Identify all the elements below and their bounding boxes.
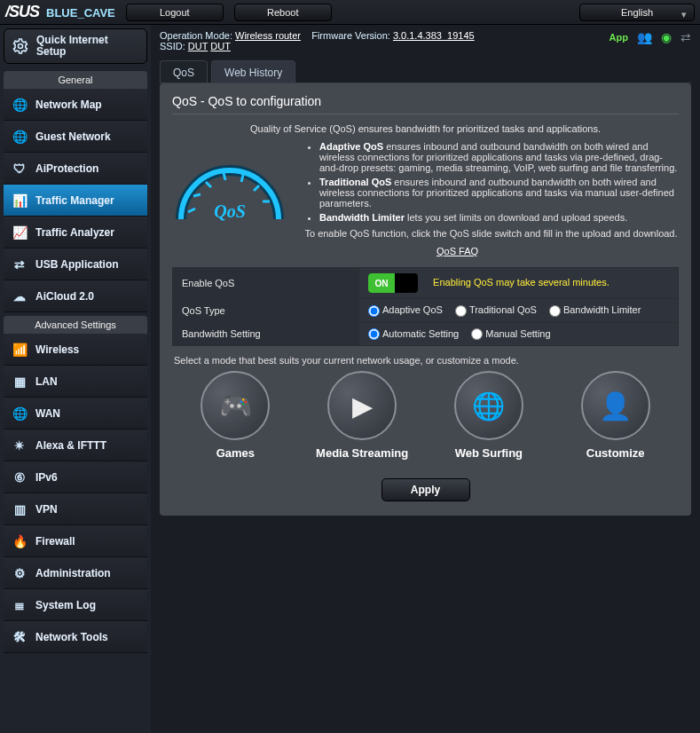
enable-qos-warning: Enabling QoS may take several minutes. [433, 277, 610, 288]
qos-type-radio[interactable] [455, 305, 467, 317]
tab-qos[interactable]: QoS [160, 60, 208, 83]
fw-label: Firmware Version: [311, 30, 390, 41]
enable-note: To enable QoS function, click the QoS sl… [303, 228, 679, 239]
qos-type-option[interactable]: Traditional QoS [455, 304, 537, 315]
sidebar-item-aicloud[interactable]: ☁AiCloud 2.0 [4, 280, 147, 312]
aicloud-icon: ☁ [11, 288, 28, 305]
qos-faq-link[interactable]: QoS FAQ [437, 246, 679, 256]
mode-label: Web Surfing [455, 447, 523, 461]
bandwidth-setting-option[interactable]: Automatic Setting [368, 328, 459, 339]
sidebar-item-alexa-ifttt[interactable]: ✴Alexa & IFTTT [4, 430, 147, 461]
vpn-icon: ▥ [11, 500, 28, 518]
quick-setup-label: Quick Internet Setup [36, 35, 139, 58]
sidebar-item-label: AiProtection [35, 162, 98, 175]
section-advanced: Advanced Settings [4, 316, 147, 334]
traffic-analyzer-icon: 📈 [11, 224, 28, 241]
alexa-ifttt-icon: ✴ [11, 437, 28, 454]
apply-button[interactable]: Apply [381, 478, 470, 501]
app-link[interactable]: App [610, 32, 628, 43]
sidebar-item-traffic-manager[interactable]: 📊Traffic Manager [4, 185, 147, 217]
bullet-item: Adaptive QoS ensures inbound and outboun… [319, 141, 679, 173]
usb-application-icon: ⇄ [11, 256, 28, 273]
mode-media[interactable]: ▶Media Streaming [304, 371, 420, 461]
enable-qos-label: Enable QoS [173, 268, 359, 299]
qos-type-options: Adaptive QoSTraditional QoSBandwidth Lim… [359, 299, 679, 323]
traffic-manager-icon: 📊 [11, 192, 28, 209]
settings-table: Enable QoS ON Enabling QoS may take seve… [172, 267, 679, 346]
panel-title: QoS - QoS to configuration [172, 92, 679, 108]
sidebar-item-system-log[interactable]: ≣System Log [4, 589, 147, 621]
firewall-icon: 🔥 [11, 532, 28, 550]
svg-line-3 [206, 182, 211, 187]
bandwidth-setting-option[interactable]: Manual Setting [471, 328, 550, 339]
mode-label: Customize [586, 447, 645, 461]
sidebar: Quick Internet Setup General 🌐Network Ma… [0, 25, 151, 733]
reboot-button[interactable]: Reboot [234, 4, 332, 21]
toggle-on-label: ON [368, 273, 395, 293]
bandwidth-setting-radio[interactable] [368, 328, 380, 340]
sidebar-item-traffic-analyzer[interactable]: 📈Traffic Analyzer [4, 217, 147, 248]
mode-label: Games [216, 447, 255, 461]
sidebar-item-label: Network Tools [35, 631, 108, 643]
tab-bar: QoS Web History [160, 60, 691, 83]
section-general: General [4, 71, 147, 89]
sidebar-item-label: Alexa & IFTTT [35, 439, 106, 452]
sidebar-item-usb-application[interactable]: ⇄USB Application [4, 248, 147, 280]
sidebar-item-lan[interactable]: ▦LAN [4, 366, 147, 398]
sidebar-item-firewall[interactable]: 🔥Firewall [4, 525, 147, 557]
sidebar-item-label: Traffic Analyzer [35, 226, 114, 239]
sidebar-item-ipv6[interactable]: ⑥IPv6 [4, 461, 147, 493]
svg-line-2 [193, 194, 201, 196]
sidebar-item-label: Wireless [35, 343, 79, 356]
top-bar: /SUS BLUE_CAVE Logout Reboot English [0, 0, 700, 25]
sidebar-item-network-tools[interactable]: 🛠Network Tools [4, 621, 147, 653]
brand-logo: /SUS [5, 3, 39, 21]
op-mode-label: Operation Mode: [160, 30, 232, 41]
clients-icon[interactable]: 👥 [637, 30, 652, 44]
qos-type-radio[interactable] [368, 305, 380, 317]
administration-icon: ⚙ [11, 564, 28, 582]
internet-status-icon[interactable]: ◉ [661, 30, 672, 44]
sidebar-item-administration[interactable]: ⚙Administration [4, 557, 147, 589]
sidebar-item-label: IPv6 [35, 471, 58, 484]
qos-type-option[interactable]: Bandwidth Limiter [549, 304, 641, 315]
qos-type-option[interactable]: Adaptive QoS [368, 304, 443, 315]
model-name: BLUE_CAVE [46, 6, 115, 20]
bandwidth-setting-options: Automatic SettingManual Setting [359, 322, 679, 346]
sidebar-item-label: AiCloud 2.0 [35, 290, 94, 303]
sidebar-item-aiprotection[interactable]: 🛡AiProtection [4, 153, 147, 185]
gear-icon [12, 37, 29, 55]
mode-games[interactable]: 🎮Games [177, 371, 293, 461]
sidebar-item-vpn[interactable]: ▥VPN [4, 493, 147, 525]
system-log-icon: ≣ [11, 596, 28, 614]
sidebar-item-wireless[interactable]: 📶Wireless [4, 334, 147, 366]
op-mode-value[interactable]: Wireless router [235, 30, 301, 41]
ssid-value-1[interactable]: DUT [188, 41, 208, 51]
bandwidth-setting-label: Bandwidth Setting [173, 322, 359, 346]
qos-gauge-icon: QoS [172, 148, 287, 228]
mode-web[interactable]: 🌐Web Surfing [431, 371, 547, 461]
usb-icon[interactable]: ⇄ [680, 30, 691, 44]
sidebar-item-guest-network[interactable]: 🌐Guest Network [4, 121, 147, 153]
svg-point-0 [19, 44, 23, 49]
sidebar-item-wan[interactable]: 🌐WAN [4, 398, 147, 430]
quick-internet-setup[interactable]: Quick Internet Setup [4, 28, 147, 64]
ssid-label: SSID: [160, 41, 185, 51]
wireless-icon: 📶 [11, 341, 28, 359]
language-select[interactable]: English [579, 4, 695, 21]
network-tools-icon: 🛠 [11, 628, 28, 646]
aiprotection-icon: 🛡 [11, 160, 28, 177]
tab-web-history[interactable]: Web History [211, 60, 295, 83]
sidebar-item-label: Network Map [35, 99, 102, 111]
logout-button[interactable]: Logout [126, 4, 224, 21]
svg-line-1 [188, 209, 195, 212]
sidebar-item-label: VPN [35, 503, 58, 516]
fw-value[interactable]: 3.0.1.4.383_19145 [393, 30, 475, 41]
bandwidth-setting-radio[interactable] [471, 328, 483, 340]
mode-customize[interactable]: 👤Customize [558, 371, 673, 461]
qos-type-radio[interactable] [549, 305, 561, 317]
ssid-value-2[interactable]: DUT [210, 41, 231, 51]
sidebar-item-network-map[interactable]: 🌐Network Map [4, 89, 147, 121]
enable-qos-toggle[interactable]: ON [368, 273, 418, 293]
bullets: Adaptive QoS ensures inbound and outboun… [303, 141, 679, 256]
